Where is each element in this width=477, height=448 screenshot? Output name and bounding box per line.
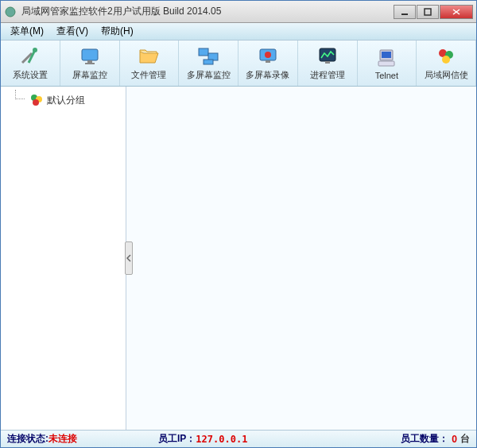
tree-connector [15, 90, 25, 99]
app-window: 局域网管家监控软件2用户试用版 Build 2014.05 菜单(M) 查看(V… [0, 0, 477, 448]
tool-messenger[interactable]: 局域网信使 [417, 41, 476, 86]
menu-main[interactable]: 菜单(M) [4, 23, 50, 40]
tool-label: 进程管理 [310, 69, 345, 81]
svg-rect-11 [199, 48, 208, 56]
count-label: 员工数量： [401, 432, 448, 446]
tool-label: 多屏幕监控 [187, 69, 231, 81]
window-title: 局域网管家监控软件2用户试用版 Build 2014.05 [21, 5, 394, 18]
multi-record-icon [257, 45, 279, 68]
splitter-handle[interactable] [125, 241, 133, 275]
svg-rect-16 [266, 60, 270, 63]
svg-rect-13 [204, 60, 213, 64]
telnet-icon [375, 47, 398, 69]
process-icon [316, 45, 339, 68]
minimize-button[interactable] [394, 5, 416, 19]
tool-process-manage[interactable]: 进程管理 [298, 41, 358, 86]
conn-value: 未连接 [48, 432, 77, 446]
tool-multi-monitor[interactable]: 多屏幕监控 [179, 41, 238, 86]
count-value: 0 [452, 434, 457, 445]
sidebar-tree: 默认分组 [1, 87, 126, 430]
tree-label: 默认分组 [47, 94, 85, 107]
tool-label: 屏幕监控 [72, 69, 107, 81]
svg-rect-21 [378, 61, 394, 66]
svg-rect-8 [82, 49, 98, 60]
ip-value: 127.0.0.1 [196, 434, 247, 445]
content-area: 默认分组 [1, 87, 476, 430]
menubar: 菜单(M) 查看(V) 帮助(H) [1, 23, 476, 41]
tool-telnet[interactable]: Telnet [358, 41, 417, 86]
tool-system-settings[interactable]: 系统设置 [1, 41, 60, 86]
status-ip: 员工IP： 127.0.0.1 [158, 432, 401, 446]
count-unit: 台 [460, 432, 470, 446]
tool-label: 局域网信使 [425, 69, 468, 81]
svg-point-0 [6, 7, 15, 17]
app-icon [4, 6, 17, 18]
group-icon [29, 93, 44, 107]
conn-label: 连接状态: [7, 432, 48, 446]
settings-icon [19, 45, 41, 68]
messenger-icon [435, 45, 457, 68]
tool-label: Telnet [375, 71, 398, 80]
main-panel [126, 87, 476, 430]
ip-label: 员工IP： [158, 432, 196, 446]
statusbar: 连接状态: 未连接 员工IP： 127.0.0.1 员工数量： 0 台 [1, 430, 476, 447]
tool-file-manage[interactable]: 文件管理 [120, 41, 180, 86]
tool-label: 系统设置 [13, 69, 48, 81]
svg-rect-10 [85, 63, 95, 64]
folder-open-icon [138, 45, 160, 68]
maximize-button[interactable] [417, 5, 439, 19]
tool-label: 多屏幕录像 [246, 69, 289, 81]
tool-multi-record[interactable]: 多屏幕录像 [238, 41, 298, 86]
svg-point-15 [265, 52, 271, 58]
status-connection: 连接状态: 未连接 [7, 432, 158, 446]
status-count: 员工数量： 0 台 [401, 432, 470, 446]
monitor-icon [79, 45, 101, 68]
svg-rect-2 [425, 9, 431, 15]
svg-rect-9 [87, 60, 92, 63]
svg-rect-20 [382, 52, 391, 58]
toolbar: 系统设置 屏幕监控 文件管理 多屏幕监控 多屏幕录像 进程管理 Telnet [1, 41, 476, 87]
tree-default-group[interactable]: 默认分组 [4, 91, 122, 109]
svg-rect-18 [325, 61, 330, 64]
titlebar: 局域网管家监控软件2用户试用版 Build 2014.05 [1, 1, 476, 23]
svg-point-27 [33, 99, 39, 106]
menu-view[interactable]: 查看(V) [50, 23, 95, 40]
menu-help[interactable]: 帮助(H) [95, 23, 140, 40]
tool-label: 文件管理 [131, 69, 166, 81]
multi-monitor-icon [197, 45, 219, 68]
svg-point-7 [33, 48, 37, 52]
close-button[interactable] [440, 5, 473, 19]
svg-point-24 [442, 56, 450, 64]
tool-screen-monitor[interactable]: 屏幕监控 [60, 41, 120, 86]
window-controls [394, 5, 473, 19]
